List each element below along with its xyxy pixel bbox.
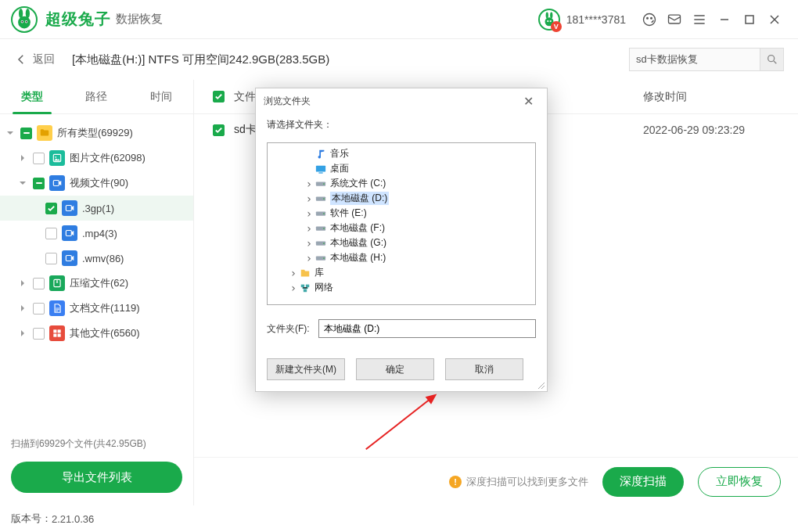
svg-point-6: [26, 20, 27, 22]
tab-path[interactable]: 路径: [64, 80, 128, 113]
close-icon[interactable]: [768, 13, 781, 26]
col-mtime[interactable]: 修改时间: [643, 90, 784, 104]
ok-button[interactable]: 确定: [356, 358, 434, 380]
folder-row-music[interactable]: 音乐: [269, 146, 534, 161]
service-icon[interactable]: [642, 12, 657, 27]
checkbox[interactable]: [33, 278, 45, 289]
tree-zip[interactable]: 压缩文件(62): [0, 271, 193, 296]
minimize-icon[interactable]: [718, 13, 731, 26]
app-subtitle: 数据恢复: [116, 12, 163, 27]
svg-point-19: [55, 156, 56, 158]
cancel-button[interactable]: 取消: [445, 358, 523, 380]
folder-row-desktop[interactable]: 桌面: [269, 161, 534, 176]
desktop-icon: [315, 164, 327, 174]
tree-video-wmv[interactable]: .wmv(86): [0, 246, 193, 271]
chevron-down-icon: [5, 128, 16, 138]
tab-time[interactable]: 时间: [129, 80, 193, 113]
menu-icon[interactable]: [692, 12, 707, 27]
folder-row-h[interactable]: ›本地磁盘 (H:): [269, 250, 534, 265]
tree-doc[interactable]: 文档文件(1119): [0, 296, 193, 321]
status-bar: 版本号： 2.21.0.36: [0, 505, 798, 532]
close-icon[interactable]: ✕: [517, 90, 539, 112]
checkbox-indeterminate-icon[interactable]: [20, 128, 32, 139]
tree-video[interactable]: 视频文件(90): [0, 171, 193, 196]
export-list-button[interactable]: 导出文件列表: [11, 462, 182, 493]
dialog-titlebar[interactable]: 浏览文件夹 ✕: [256, 88, 547, 113]
svg-rect-27: [53, 334, 56, 337]
expand-icon: ›: [288, 267, 299, 279]
folder-row-g[interactable]: ›本地磁盘 (G:): [269, 235, 534, 250]
new-folder-button[interactable]: 新建文件夹(M): [267, 358, 345, 380]
chevron-right-icon: [17, 278, 28, 289]
vip-badge-icon: V: [551, 21, 562, 32]
search-button[interactable]: [760, 48, 784, 71]
folder-tree[interactable]: 音乐 桌面 ›系统文件 (C:) ›本地磁盘 (D:) ›软件 (E:) ›本地…: [267, 142, 536, 305]
tree-label: 图片文件(62098): [70, 151, 146, 165]
title-bar: 超级兔子 数据恢复 V 181****3781: [0, 0, 798, 39]
checkbox-checked-icon[interactable]: [213, 124, 225, 136]
deep-scan-button[interactable]: 深度扫描: [602, 467, 684, 497]
checkbox[interactable]: [33, 153, 45, 164]
app-title: 超级兔子: [45, 9, 111, 30]
checkbox[interactable]: [45, 228, 57, 239]
svg-point-17: [767, 56, 774, 62]
disk-path: [本地磁盘(H:)] NTFS 可用空间242.9GB(283.5GB): [72, 52, 629, 67]
video-icon: [62, 225, 77, 241]
svg-rect-25: [53, 329, 56, 332]
music-icon: [315, 149, 327, 160]
checkbox[interactable]: [33, 328, 45, 340]
tip-text: 深度扫描可以找到更多文件: [466, 475, 588, 489]
version-label: 版本号：: [11, 512, 52, 526]
tree-video-3gp[interactable]: .3gp(1): [0, 196, 193, 221]
scan-summary: 扫描到69929个文件(共42.95GB): [11, 437, 182, 451]
folder-row-c[interactable]: ›系统文件 (C:): [269, 176, 534, 191]
chevron-down-icon: [17, 178, 28, 189]
image-icon: [49, 150, 65, 166]
folder-row-libraries[interactable]: ›库: [269, 265, 534, 280]
chevron-right-icon: [17, 328, 28, 339]
back-button[interactable]: 返回: [14, 52, 55, 66]
sub-header: 返回 [本地磁盘(H:)] NTFS 可用空间242.9GB(283.5GB): [0, 39, 798, 80]
svg-rect-26: [58, 329, 61, 332]
feedback-icon[interactable]: [667, 12, 682, 27]
svg-point-40: [323, 243, 325, 244]
folder-input[interactable]: [318, 319, 536, 338]
folder-row-e[interactable]: ›软件 (E:): [269, 206, 534, 221]
tree-label: 压缩文件(62): [70, 276, 128, 290]
folder-row-f[interactable]: ›本地磁盘 (F:): [269, 221, 534, 235]
expand-icon: ›: [288, 282, 299, 294]
search-box: [629, 48, 784, 71]
sidebar: 类型 路径 时间 所有类型(69929) 图片文件(62098) 视频文件(: [0, 80, 194, 505]
svg-point-2: [26, 9, 30, 18]
folder-row-d[interactable]: ›本地磁盘 (D:): [269, 191, 534, 206]
resize-grip-icon[interactable]: [536, 380, 545, 390]
app-logo-icon: [11, 6, 38, 33]
file-mtime: 2022-06-29 09:23:29: [643, 124, 784, 136]
account-avatar-icon[interactable]: V: [538, 9, 560, 31]
account-phone: 181****3781: [566, 13, 626, 26]
deep-scan-tip: ! 深度扫描可以找到更多文件: [449, 475, 588, 489]
tree-video-mp4[interactable]: .mp4(3): [0, 221, 193, 246]
folder-row-network[interactable]: ›网络: [269, 280, 534, 295]
tab-type[interactable]: 类型: [0, 80, 64, 113]
maximize-icon[interactable]: [743, 13, 756, 26]
svg-point-0: [18, 16, 31, 28]
version-value: 2.21.0.36: [52, 513, 94, 525]
tree-label: .mp4(3): [82, 228, 117, 239]
svg-point-36: [323, 213, 325, 214]
tree-all[interactable]: 所有类型(69929): [0, 120, 193, 146]
checkbox[interactable]: [45, 253, 57, 264]
checkbox[interactable]: [33, 303, 45, 315]
checkbox-checked-icon[interactable]: [45, 203, 57, 214]
svg-point-32: [323, 183, 325, 185]
tree-image[interactable]: 图片文件(62098): [0, 146, 193, 171]
search-input[interactable]: [629, 48, 760, 71]
checkbox-indeterminate-icon[interactable]: [33, 178, 45, 189]
drive-icon: [315, 193, 327, 204]
tree-other[interactable]: 其他文件(6560): [0, 321, 193, 346]
checkbox-checked-icon[interactable]: [213, 91, 225, 102]
svg-point-38: [323, 228, 325, 229]
tree-label: 所有类型(69929): [57, 126, 133, 140]
recover-button[interactable]: 立即恢复: [698, 467, 781, 497]
svg-rect-16: [746, 16, 753, 23]
